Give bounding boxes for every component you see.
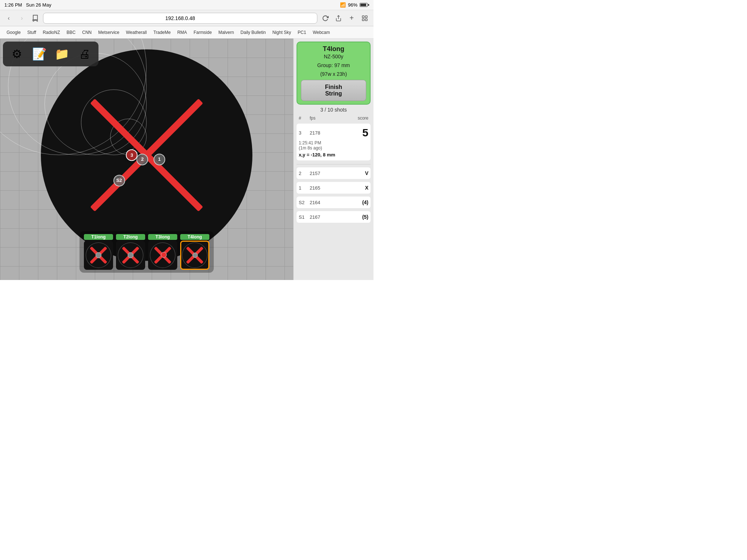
shot-row-2[interactable]: 2 2157 V xyxy=(297,167,371,179)
bookmarks-bar: GoogleStuffRadioNZBBCCNNMetserviceWeathe… xyxy=(0,26,374,39)
forward-button[interactable]: › xyxy=(17,13,27,23)
thumb-label-t2: T2long xyxy=(116,234,145,240)
shot-row-3[interactable]: 3 2178 5 1:25:41 PM (1m 8s ago) x,y = -1… xyxy=(297,124,371,160)
divider-1 xyxy=(297,164,371,164)
col-fps: fps xyxy=(310,116,347,121)
thumb-canvas-t3 xyxy=(148,241,177,270)
col-score: score xyxy=(347,116,368,121)
bookmark-radionz[interactable]: RadioNZ xyxy=(40,28,63,36)
thumb-label-t1: T1long xyxy=(84,234,113,240)
group-detail: (97w x 23h) xyxy=(301,71,366,77)
bookmark-metservice[interactable]: Metservice xyxy=(95,28,122,36)
shot-1-fps: 2165 xyxy=(310,185,347,191)
shot-3-time: 1:25:41 PM (1m 8s ago) xyxy=(299,140,368,151)
tabs-button[interactable] xyxy=(360,13,370,23)
settings-button[interactable]: ⚙ xyxy=(7,44,26,63)
battery-percent: 96% xyxy=(348,2,357,8)
bookmark-cnn[interactable]: CNN xyxy=(79,28,94,36)
status-time-date: 1:26 PM Sun 26 May xyxy=(4,2,51,8)
bookmark-trademe[interactable]: TradeMe xyxy=(150,28,174,36)
shot-1-num: 1 xyxy=(299,185,310,191)
col-hash: # xyxy=(299,116,310,121)
svg-rect-2 xyxy=(365,16,367,18)
shot-3-score: 5 xyxy=(347,127,368,139)
thumbnail-t1long[interactable]: T1long xyxy=(84,234,113,270)
shot-marker-1[interactable]: 1 xyxy=(154,153,165,165)
string-subtitle: NZ-500y xyxy=(301,54,366,59)
shot-marker-s2[interactable]: S2 xyxy=(113,175,125,186)
shot-s2-fps: 2164 xyxy=(310,200,347,205)
url-input[interactable] xyxy=(43,13,317,24)
target-circle: S2 1 2 3 xyxy=(41,49,252,261)
battery-icon xyxy=(360,3,369,7)
bookmark-pc1[interactable]: PC1 xyxy=(295,28,309,36)
string-title: T4long xyxy=(301,45,366,53)
shot-s1-score: (5) xyxy=(347,214,368,220)
shots-count: 3 / 10 shots xyxy=(297,107,371,113)
shot-row-s2[interactable]: S2 2164 (4) xyxy=(297,197,371,208)
share-button[interactable] xyxy=(333,13,344,23)
status-bar: 1:26 PM Sun 26 May 📶 96% xyxy=(0,0,374,10)
browser-bar: ‹ › + xyxy=(0,10,374,26)
status-date: Sun 26 May xyxy=(26,2,51,8)
thumb-canvas-t2 xyxy=(116,241,145,270)
thumb-label-t4: T4long xyxy=(180,234,209,240)
bookmark-farmside[interactable]: Farmside xyxy=(191,28,215,36)
info-card: T4long NZ-500y Group: 97 mm (97w x 23h) … xyxy=(297,42,371,105)
shot-1-score: X xyxy=(347,185,368,191)
shot-2-fps: 2157 xyxy=(310,171,347,176)
print-button[interactable]: 🖨 xyxy=(75,44,94,63)
folder-button[interactable]: 📁 xyxy=(53,44,71,63)
target-area: S2 1 2 3 ⚙ 📝 📁 🖨 T1 xyxy=(0,39,293,280)
shot-3-fps: 2178 xyxy=(310,130,347,136)
svg-rect-3 xyxy=(362,19,364,20)
shot-3-num: 3 xyxy=(299,130,310,136)
group-label: Group: 97 mm xyxy=(301,62,366,68)
finish-string-button[interactable]: FinishString xyxy=(301,80,366,101)
shot-s2-score: (4) xyxy=(347,199,368,205)
bookmark-bbc[interactable]: BBC xyxy=(64,28,79,36)
shot-s2-num: S2 xyxy=(299,200,310,205)
bookmarks-button[interactable] xyxy=(30,13,40,23)
shot-2-num: 2 xyxy=(299,171,310,176)
thumb-canvas-t1 xyxy=(84,241,113,270)
shot-row-s1[interactable]: S1 2167 (5) xyxy=(297,211,371,223)
thumbnail-t2long[interactable]: T2long xyxy=(116,234,145,270)
svg-rect-1 xyxy=(362,16,364,18)
bookmark-rma[interactable]: RMA xyxy=(174,28,190,36)
bookmark-night-sky[interactable]: Night Sky xyxy=(270,28,294,36)
add-tab-button[interactable]: + xyxy=(347,13,357,23)
reload-button[interactable] xyxy=(320,13,330,23)
bookmark-google[interactable]: Google xyxy=(4,28,24,36)
svg-rect-4 xyxy=(365,19,367,20)
bookmark-webcam[interactable]: Webcam xyxy=(310,28,333,36)
bookmark-stuff[interactable]: Stuff xyxy=(24,28,39,36)
bookmark-weatherall[interactable]: Weatherall xyxy=(123,28,150,36)
toolbar-overlay: ⚙ 📝 📁 🖨 xyxy=(3,42,98,66)
shot-2-score: V xyxy=(347,170,368,176)
shots-header: # fps score xyxy=(297,115,371,121)
shot-s1-fps: 2167 xyxy=(310,214,347,220)
shot-marker-2[interactable]: 2 xyxy=(136,153,148,165)
status-time: 1:26 PM xyxy=(4,2,22,8)
thumb-label-t3: T3long xyxy=(148,234,177,240)
shot-marker-3[interactable]: 3 xyxy=(126,149,138,161)
right-panel: T4long NZ-500y Group: 97 mm (97w x 23h) … xyxy=(293,39,374,280)
shot-s1-num: S1 xyxy=(299,214,310,220)
target-container: S2 1 2 3 xyxy=(41,49,252,261)
status-indicators: 📶 96% xyxy=(340,2,369,8)
thumbnail-t4long[interactable]: T4long xyxy=(180,234,209,270)
wifi-icon: 📶 xyxy=(340,2,346,8)
thumb-canvas-t4 xyxy=(180,241,209,270)
thumbnails-bar: T1long T2long xyxy=(80,231,214,273)
back-button[interactable]: ‹ xyxy=(4,13,14,23)
shot-3-coords: x,y = -120, 8 mm xyxy=(299,152,368,158)
main-content: S2 1 2 3 ⚙ 📝 📁 🖨 T1 xyxy=(0,39,374,280)
bookmark-daily-bulletin[interactable]: Daily Bulletin xyxy=(237,28,268,36)
shot-row-1[interactable]: 1 2165 X xyxy=(297,182,371,194)
bookmark-malvern[interactable]: Malvern xyxy=(216,28,237,36)
thumbnail-t3long[interactable]: T3long xyxy=(148,234,177,270)
notes-button[interactable]: 📝 xyxy=(30,44,49,63)
